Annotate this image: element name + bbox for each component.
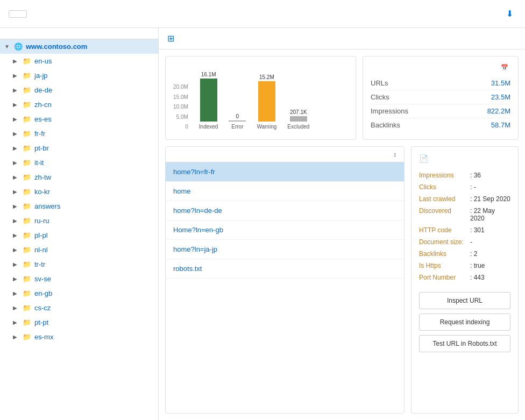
url-row[interactable]: Home?ln=en-gb [166,220,404,240]
url-row[interactable]: home?ln=de-de [166,201,404,220]
folder-key: Impressions [371,107,408,115]
tree-item-pt-pt[interactable]: ▶📁pt-pt [0,315,158,330]
bar-label: Indexed [199,124,218,130]
tree-item-label: es-mx [34,333,53,341]
folder-icon: 📁 [23,130,31,138]
filter-dropdown[interactable] [9,10,27,18]
detail-value: : 21 Sep 2020 [470,195,510,203]
tree-item-cs-cz[interactable]: ▶📁cs-cz [0,301,158,315]
tree-item-label: en-gb [34,289,52,297]
url-row[interactable]: home?ln=fr-fr [166,162,404,182]
folder-icon: 📁 [23,289,31,297]
tree-item-zh-cn[interactable]: ▶📁zh-cn [0,97,158,112]
tree-item-label: fr-fr [34,130,45,138]
chevron-icon: ▶ [13,174,22,180]
chevron-icon: ▶ [13,261,22,267]
detail-value: : true [470,262,485,269]
crawl-card: 20.0M15.0M10.0M5.0M0 16.1MIndexed0Error1… [165,56,356,140]
detail-row: HTTP code: 301 [419,224,510,236]
tree-item-nl-nl[interactable]: ▶📁nl-nl [0,243,158,257]
detail-key: Port Number [419,274,470,281]
tree-item-sv-se[interactable]: ▶📁sv-se [0,272,158,286]
tree-item-es-es[interactable]: ▶📁es-es [0,112,158,126]
detail-value: : 443 [470,274,485,281]
top-bar: ⬇ [0,0,525,28]
tree-item-fr-fr[interactable]: ▶📁fr-fr [0,126,158,141]
folder-key: Clicks [371,93,389,101]
tree-item-pt-br[interactable]: ▶📁pt-br [0,141,158,155]
chevron-icon: ▶ [13,58,22,64]
download-button[interactable]: ⬇ [506,9,516,19]
tree-item-en-gb[interactable]: ▶📁en-gb [0,286,158,301]
calendar-icon: 📅 [501,64,508,71]
tree-item-label: sv-se [34,275,51,283]
tree-item-ru-ru[interactable]: ▶📁ru-ru [0,213,158,228]
y-axis-label: 10.0M [173,104,188,110]
folder-row: Clicks23.5M [371,90,510,104]
detail-action-button[interactable]: Test URL in Robots.txt [419,335,510,352]
tree-item-ko-kr[interactable]: ▶📁ko-kr [0,184,158,199]
y-axis-label: 20.0M [173,84,188,90]
tree-item-it-it[interactable]: ▶📁it-it [0,155,158,170]
chevron-icon: ▶ [13,247,22,253]
tree-item-zh-tw[interactable]: ▶📁zh-tw [0,170,158,184]
tree-item-tr-tr[interactable]: ▶📁tr-tr [0,257,158,272]
grid-icon: ⊞ [167,33,174,44]
tree-container: ▼🌐www.contoso.com▶📁en-us▶📁ja-jp▶📁de-de▶📁… [0,39,158,420]
detail-action-button[interactable]: Request indexing [419,314,510,331]
tree-item-label: www.contoso.com [26,42,87,51]
tree-item-ja-jp[interactable]: ▶📁ja-jp [0,68,158,83]
chevron-icon: ▶ [13,160,22,166]
date-badge: 📅 [501,64,510,71]
detail-value: : 36 [470,172,481,179]
tree-item-label: zh-tw [34,173,51,181]
tree-item-pl-pl[interactable]: ▶📁pl-pl [0,228,158,243]
url-row[interactable]: robots.txt [166,259,404,279]
url-row[interactable]: home [166,182,404,201]
top-row: 20.0M15.0M10.0M5.0M0 16.1MIndexed0Error1… [165,56,519,140]
folder-row: Backlinks58.7M [371,118,510,132]
tree-item-es-mx[interactable]: ▶📁es-mx [0,330,158,344]
detail-key: Clicks [419,183,470,191]
detail-key: Is Https [419,262,470,269]
detail-row: Document size:- [419,236,510,248]
bar-label: Error [231,124,243,130]
detail-url-title: 📄 [419,154,510,163]
y-axis-label: 0 [173,124,188,130]
detail-key: Discovered [419,207,470,222]
document-icon: 📄 [419,154,428,163]
bar-value: 0 [236,113,239,119]
tree-item-en-us[interactable]: ▶📁en-us [0,54,158,68]
folder-rows: URLs31.5MClicks23.5MImpressions822.2MBac… [371,76,510,132]
detail-row: Discovered: 22 May 2020 [419,205,510,224]
url-row[interactable]: home?ln=ja-jp [166,240,404,259]
folder-icon: 📁 [23,57,31,65]
folder-icon: 📁 [23,304,31,312]
detail-key: Last crawled [419,195,470,203]
bar-group-indexed: 16.1MIndexed [199,72,218,130]
folder-icon: 📁 [23,202,31,210]
url-rows: home?ln=fr-frhomehome?ln=de-deHome?ln=en… [166,162,404,413]
detail-row: Impressions: 36 [419,169,510,181]
tree-item-answers[interactable]: ▶📁answers [0,199,158,213]
folder-icon: 📁 [23,115,31,123]
domain-icon: 🌐 [14,42,23,51]
tree-item-label: pl-pl [34,231,48,239]
chevron-icon: ▶ [13,305,22,311]
folder-icon: 📁 [23,86,31,94]
folder-value: 58.7M [491,121,510,129]
folder-icon: 📁 [23,260,31,268]
tree-item-label: ru-ru [34,217,49,225]
right-content: 20.0M15.0M10.0M5.0M0 16.1MIndexed0Error1… [159,49,525,420]
detail-action-button[interactable]: Inspect URL [419,292,510,309]
bottom-row: ↕ home?ln=fr-frhomehome?ln=de-deHome?ln=… [165,146,519,414]
detail-panel: 📄 Impressions: 36Clicks: -Last crawled: … [411,146,519,414]
tree-item-label: es-es [34,115,52,123]
folder-card: 📅 URLs31.5MClicks23.5MImpressions822.2MB… [363,56,519,140]
tree-item-label: tr-tr [34,260,45,268]
folder-icon: 📁 [23,246,31,254]
folder-icon: 📁 [23,333,31,341]
tree-item-root[interactable]: ▼🌐www.contoso.com [0,39,158,54]
url-table-header: ↕ [166,147,404,162]
tree-item-de-de[interactable]: ▶📁de-de [0,83,158,97]
